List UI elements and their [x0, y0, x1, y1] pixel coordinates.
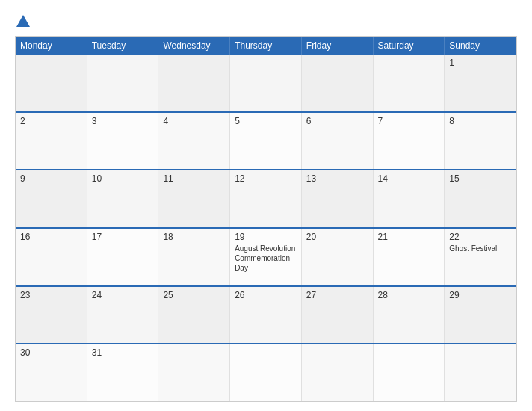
calendar-cell: 29 [445, 287, 516, 344]
weekday-header-monday: Monday [16, 37, 87, 55]
day-number: 11 [163, 173, 225, 184]
day-number: 20 [306, 232, 368, 242]
day-number: 14 [378, 173, 440, 184]
calendar-cell: 13 [302, 170, 374, 227]
calendar-cell: 7 [374, 113, 445, 170]
day-number: 24 [92, 290, 154, 300]
weekday-header-saturday: Saturday [374, 37, 445, 55]
calendar-cell: 4 [158, 113, 230, 170]
calendar-body: 12345678910111213141516171819August Revo… [16, 55, 516, 401]
calendar-row-4: 16171819August Revolution Commemoration … [16, 227, 516, 285]
day-number: 12 [235, 173, 297, 184]
logo [15, 13, 34, 30]
calendar-cell [445, 344, 516, 401]
calendar-cell [230, 55, 302, 111]
day-number: 17 [92, 232, 154, 242]
calendar-cell [230, 344, 302, 401]
calendar-cell: 30 [16, 344, 87, 401]
calendar-cell: 21 [374, 229, 445, 285]
day-number: 1 [449, 58, 512, 68]
calendar-cell: 18 [158, 229, 230, 285]
calendar-event: Ghost Festival [449, 244, 512, 253]
calendar-cell: 26 [230, 287, 302, 344]
calendar-cell: 2 [16, 113, 87, 170]
day-number: 7 [378, 116, 440, 126]
calendar-cell: 11 [158, 170, 230, 227]
day-number: 22 [449, 232, 512, 242]
day-number: 6 [306, 116, 368, 126]
calendar-row-6: 3031 [16, 343, 516, 401]
day-number: 23 [20, 290, 82, 300]
weekday-header-row: MondayTuesdayWednesdayThursdayFridaySatu… [16, 37, 516, 55]
calendar-cell: 27 [302, 287, 374, 344]
day-number: 2 [20, 116, 82, 126]
calendar-cell: 14 [374, 170, 445, 227]
calendar-grid: MondayTuesdayWednesdayThursdayFridaySatu… [15, 36, 517, 402]
calendar-cell [158, 55, 230, 111]
day-number: 4 [163, 116, 225, 126]
calendar-cell: 6 [302, 113, 374, 170]
calendar-cell: 23 [16, 287, 87, 344]
calendar-cell: 8 [445, 113, 516, 170]
calendar-cell: 17 [87, 229, 159, 285]
calendar-cell [16, 55, 87, 111]
day-number: 25 [163, 290, 225, 300]
calendar-cell: 31 [87, 344, 159, 401]
day-number: 18 [163, 232, 225, 242]
day-number: 29 [449, 290, 512, 300]
day-number: 21 [378, 232, 440, 242]
weekday-header-friday: Friday [302, 37, 374, 55]
calendar-cell: 22Ghost Festival [445, 229, 516, 285]
calendar-cell: 25 [158, 287, 230, 344]
day-number: 13 [306, 173, 368, 184]
day-number: 27 [306, 290, 368, 300]
calendar-cell: 9 [16, 170, 87, 227]
logo-icon [15, 13, 31, 30]
day-number: 10 [92, 173, 154, 184]
day-number: 19 [235, 232, 297, 242]
day-number: 9 [20, 173, 82, 184]
calendar-cell: 28 [374, 287, 445, 344]
day-number: 28 [378, 290, 440, 300]
day-number: 16 [20, 232, 82, 242]
weekday-header-tuesday: Tuesday [87, 37, 159, 55]
calendar-row-2: 2345678 [16, 111, 516, 170]
calendar-cell [302, 55, 374, 111]
svg-marker-0 [16, 15, 30, 27]
calendar-cell [374, 344, 445, 401]
calendar-cell: 16 [16, 229, 87, 285]
day-number: 30 [20, 347, 82, 358]
day-number: 15 [449, 173, 512, 184]
day-number: 8 [449, 116, 512, 126]
calendar-cell [302, 344, 374, 401]
weekday-header-sunday: Sunday [445, 37, 516, 55]
calendar-page: MondayTuesdayWednesdayThursdayFridaySatu… [0, 0, 532, 411]
calendar-cell: 15 [445, 170, 516, 227]
day-number: 5 [235, 116, 297, 126]
calendar-row-1: 1 [16, 55, 516, 111]
weekday-header-wednesday: Wednesday [158, 37, 230, 55]
calendar-cell [87, 55, 159, 111]
calendar-cell: 3 [87, 113, 159, 170]
calendar-cell [158, 344, 230, 401]
calendar-row-5: 23242526272829 [16, 285, 516, 344]
day-number: 26 [235, 290, 297, 300]
calendar-cell: 12 [230, 170, 302, 227]
day-number: 31 [92, 347, 154, 358]
calendar-cell [374, 55, 445, 111]
page-header [15, 13, 517, 30]
weekday-header-thursday: Thursday [230, 37, 302, 55]
calendar-event: August Revolution Commemoration Day [235, 244, 297, 273]
calendar-cell: 5 [230, 113, 302, 170]
day-number: 3 [92, 116, 154, 126]
calendar-cell: 24 [87, 287, 159, 344]
calendar-cell: 19August Revolution Commemoration Day [230, 229, 302, 285]
calendar-row-3: 9101112131415 [16, 169, 516, 227]
calendar-cell: 1 [445, 55, 516, 111]
calendar-cell: 20 [302, 229, 374, 285]
calendar-cell: 10 [87, 170, 159, 227]
